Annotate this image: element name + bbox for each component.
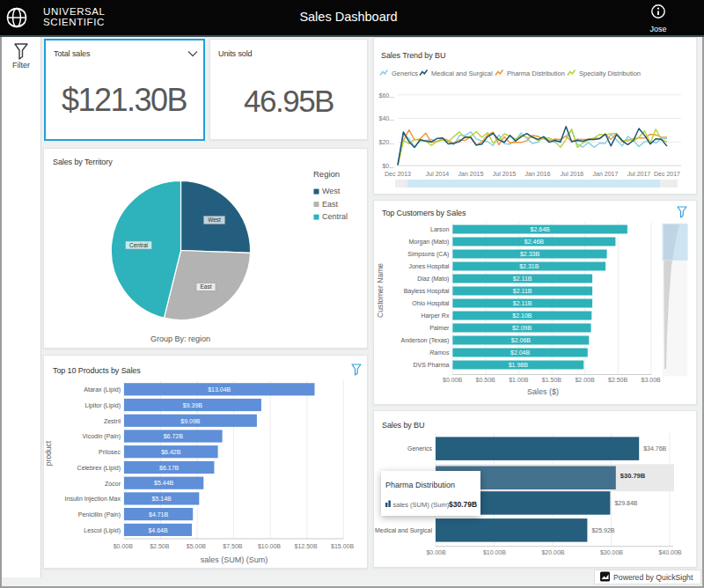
svg-text:Dec 2013: Dec 2013: [385, 171, 411, 177]
svg-text:Jones Hospital: Jones Hospital: [408, 263, 449, 270]
svg-text:Jan 2016: Jan 2016: [525, 171, 551, 177]
svg-text:$40.00B: $40.00B: [658, 549, 681, 555]
svg-text:Group By: region: Group By: region: [150, 334, 210, 343]
svg-text:$30.79B: $30.79B: [620, 472, 646, 480]
svg-text:Jul 2014: Jul 2014: [426, 171, 450, 177]
svg-text:$2.46B: $2.46B: [524, 239, 545, 245]
svg-text:$2.64B: $2.64B: [531, 226, 551, 232]
svg-text:Penicillin (Pain): Penicillin (Pain): [78, 511, 121, 518]
svg-text:East: East: [322, 200, 339, 209]
svg-text:Zestril: Zestril: [104, 418, 121, 424]
svg-text:Jose: Jose: [649, 25, 666, 33]
svg-text:Ohio Hospital: Ohio Hospital: [412, 300, 449, 307]
svg-text:$2.00B: $2.00B: [575, 377, 595, 383]
svg-text:$13.04B: $13.04B: [208, 386, 231, 393]
svg-text:Vicodin (Pain): Vicodin (Pain): [83, 433, 121, 440]
svg-text:Pharma Distribution: Pharma Distribution: [507, 70, 565, 77]
svg-text:$5.14B: $5.14B: [152, 496, 172, 502]
svg-text:Generics: Generics: [407, 445, 433, 452]
svg-text:$9.39B: $9.39B: [183, 402, 203, 408]
svg-text:Lipitor (Lipid): Lipitor (Lipid): [85, 402, 121, 409]
svg-text:$20...: $20...: [378, 139, 394, 145]
svg-text:$0.50B: $0.50B: [476, 377, 496, 383]
svg-text:West: West: [208, 217, 221, 223]
svg-text:Lescol (Lipid): Lescol (Lipid): [84, 527, 121, 534]
svg-text:$20.00B: $20.00B: [541, 549, 564, 555]
svg-text:$0.00B: $0.00B: [443, 377, 463, 383]
svg-text:$30.00B: $30.00B: [600, 549, 623, 555]
svg-text:Sales by Territory: Sales by Territory: [53, 158, 113, 166]
svg-text:$0...: $0...: [382, 163, 394, 169]
svg-text:$2.09B: $2.09B: [512, 325, 532, 331]
svg-text:Simpsons (CA): Simpsons (CA): [407, 251, 449, 258]
svg-text:Zocor: Zocor: [105, 481, 121, 487]
svg-text:$0.00B: $0.00B: [114, 543, 134, 549]
svg-text:Region: Region: [313, 169, 340, 179]
svg-text:$1.00B: $1.00B: [509, 377, 529, 383]
svg-text:Units sold: Units sold: [218, 49, 253, 58]
svg-text:$12.50B: $12.50B: [295, 543, 318, 549]
svg-text:$60...: $60...: [378, 92, 394, 99]
svg-text:UNIVERSAL: UNIVERSAL: [43, 6, 106, 17]
svg-text:$1.50B: $1.50B: [542, 377, 562, 383]
svg-text:$0.00B: $0.00B: [426, 549, 446, 555]
svg-text:Jul 2016: Jul 2016: [561, 171, 584, 177]
svg-text:Central: Central: [322, 212, 348, 221]
svg-text:Sales by BU: Sales by BU: [382, 421, 424, 430]
svg-text:$15.00B: $15.00B: [331, 543, 354, 549]
svg-text:$10.00B: $10.00B: [258, 543, 281, 549]
svg-text:$29.84B: $29.84B: [614, 500, 637, 506]
svg-text:$6.17B: $6.17B: [159, 465, 180, 471]
svg-text:$2.31B: $2.31B: [519, 263, 539, 269]
svg-text:$9.09B: $9.09B: [180, 418, 201, 424]
svg-text:$7.50B: $7.50B: [223, 543, 243, 549]
svg-text:SCIENTIFIC: SCIENTIFIC: [43, 17, 105, 27]
svg-text:$2.11B: $2.11B: [513, 276, 532, 282]
svg-text:West: West: [322, 187, 341, 195]
svg-text:Pharma Distribution: Pharma Distribution: [385, 481, 455, 489]
svg-text:$30.79B: $30.79B: [449, 500, 477, 509]
svg-text:Prilosec: Prilosec: [99, 449, 121, 455]
svg-text:Sales Dashboard: Sales Dashboard: [299, 10, 397, 24]
svg-text:Total sales: Total sales: [54, 49, 91, 58]
svg-text:Diaz (Mato): Diaz (Mato): [417, 276, 449, 283]
svg-text:$40...: $40...: [378, 115, 394, 121]
svg-text:$5.44B: $5.44B: [154, 480, 174, 486]
svg-text:Anderson (Texas): Anderson (Texas): [401, 337, 450, 344]
svg-text:$2.10B: $2.10B: [512, 312, 532, 319]
svg-text:Central: Central: [129, 242, 149, 248]
svg-text:Medical and Surgical: Medical and Surgical: [431, 70, 493, 77]
svg-text:DVS Pharma: DVS Pharma: [414, 362, 450, 368]
svg-text:$34.76B: $34.76B: [643, 445, 666, 452]
svg-text:Generics: Generics: [392, 70, 418, 77]
svg-text:Jul 2017: Jul 2017: [627, 171, 651, 177]
svg-text:Larson: Larson: [430, 226, 450, 232]
svg-text:Jan 2015: Jan 2015: [458, 171, 484, 177]
svg-text:$5.00B: $5.00B: [187, 543, 207, 549]
svg-text:Ramos: Ramos: [429, 349, 450, 356]
svg-text:$2.33B: $2.33B: [520, 251, 540, 257]
svg-text:$4.64B: $4.64B: [148, 527, 168, 533]
svg-text:$4.71B: $4.71B: [149, 511, 169, 518]
svg-text:Specialty Distribution: Specialty Distribution: [579, 70, 641, 77]
svg-text:Powered by QuickSight: Powered by QuickSight: [613, 573, 693, 582]
svg-text:$1.98B: $1.98B: [509, 362, 529, 368]
svg-text:Harper Rx: Harper Rx: [421, 312, 449, 320]
svg-text:East: East: [200, 283, 211, 290]
svg-text:$25.92B: $25.92B: [591, 527, 614, 533]
svg-text:$2.04B: $2.04B: [510, 349, 531, 356]
svg-text:Customer Name: Customer Name: [376, 263, 385, 318]
svg-text:sales (SUM) (Sum): sales (SUM) (Sum): [201, 555, 268, 564]
svg-text:Atarax (Lipid): Atarax (Lipid): [84, 386, 121, 393]
svg-text:Morgan (Mato): Morgan (Mato): [408, 239, 449, 246]
svg-text:$2.50B: $2.50B: [150, 543, 170, 549]
svg-text:product: product: [44, 440, 53, 466]
svg-text:Dec 2017: Dec 2017: [654, 171, 680, 177]
svg-text:$3.00B: $3.00B: [642, 377, 662, 383]
svg-text:Insulin Injection Max: Insulin Injection Max: [65, 496, 121, 503]
svg-text:46.95B: 46.95B: [244, 84, 334, 118]
svg-text:Jan 2017: Jan 2017: [593, 171, 619, 177]
svg-text:$121.30B: $121.30B: [62, 82, 187, 118]
svg-text:Medical and Surgical: Medical and Surgical: [375, 527, 432, 534]
svg-text:$6.72B: $6.72B: [164, 433, 184, 439]
